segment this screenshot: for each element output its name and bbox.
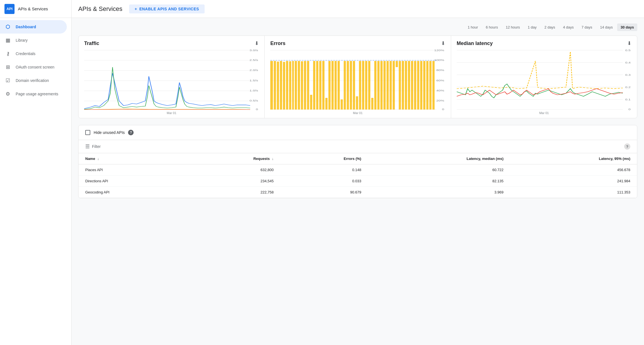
sidebar-header: API APIs & Services bbox=[0, 0, 71, 18]
hide-unused-row: Hide unused APIs ? bbox=[79, 125, 637, 140]
library-icon: ▦ bbox=[4, 37, 11, 43]
svg-rect-34 bbox=[289, 61, 292, 110]
sidebar-item-oauth[interactable]: ⊞ OAuth consent screen bbox=[0, 60, 67, 74]
cell-errors: 0.148 bbox=[280, 164, 368, 176]
cell-requests: 234,545 bbox=[185, 176, 280, 187]
sidebar-item-label-dashboard: Dashboard bbox=[16, 25, 36, 29]
svg-rect-43 bbox=[316, 61, 318, 110]
table-row[interactable]: Directions API 234,545 0.033 82.135 241.… bbox=[79, 176, 637, 187]
table-head: Name ↓ Requests ↓ Errors (%) Latency, me… bbox=[79, 153, 637, 164]
hide-unused-label: Hide unused APIs bbox=[94, 130, 125, 135]
filter-section: Hide unused APIs ? ☰ Filter ? Name ↓ Req… bbox=[78, 125, 637, 198]
svg-rect-48 bbox=[332, 61, 334, 110]
errors-chart-panel: Errors ⬇ 120% 100% 80% 60% 40% 20% 0 bbox=[265, 36, 451, 118]
filter-button[interactable]: ☰ Filter bbox=[85, 143, 101, 150]
svg-rect-35 bbox=[292, 61, 294, 110]
cell-name: Places API bbox=[79, 164, 185, 176]
time-btn-7-days[interactable]: 7 days bbox=[578, 23, 595, 31]
errors-date-label: Mar 01 bbox=[270, 111, 445, 115]
svg-text:80%: 80% bbox=[436, 68, 444, 72]
time-btn-30-days[interactable]: 30 days bbox=[617, 23, 637, 31]
sidebar-item-label-oauth: OAuth consent screen bbox=[16, 65, 55, 69]
svg-rect-44 bbox=[319, 61, 321, 110]
errors-chart-header: Errors ⬇ bbox=[270, 40, 445, 46]
main-header: APIs & Services + ENABLE APIS AND SERVIC… bbox=[72, 0, 644, 18]
svg-rect-55 bbox=[353, 61, 355, 110]
time-btn-12-hours[interactable]: 12 hours bbox=[502, 23, 523, 31]
sidebar-item-credentials[interactable]: ⚷ Credentials bbox=[0, 47, 67, 60]
latency-download-icon[interactable]: ⬇ bbox=[627, 40, 631, 46]
cell-requests: 632,800 bbox=[185, 164, 280, 176]
svg-text:100%: 100% bbox=[434, 58, 444, 62]
svg-rect-31 bbox=[280, 61, 282, 110]
cell-latency-95: 456.678 bbox=[510, 164, 637, 176]
table-row[interactable]: Geocoding API 222,758 90.679 3.969 111.3… bbox=[79, 187, 637, 198]
errors-download-icon[interactable]: ⬇ bbox=[441, 40, 445, 46]
svg-rect-64 bbox=[380, 61, 383, 110]
time-btn-4-days[interactable]: 4 days bbox=[560, 23, 577, 31]
sidebar-item-label-page-usage: Page usage agreements bbox=[16, 92, 58, 96]
svg-rect-39 bbox=[304, 61, 306, 110]
time-btn-14-days[interactable]: 14 days bbox=[597, 23, 616, 31]
sidebar-item-domain[interactable]: ☑ Domain verification bbox=[0, 74, 67, 87]
svg-rect-49 bbox=[335, 61, 337, 110]
traffic-download-icon[interactable]: ⬇ bbox=[255, 40, 259, 46]
table-header-row: Name ↓ Requests ↓ Errors (%) Latency, me… bbox=[79, 153, 637, 164]
svg-rect-33 bbox=[286, 61, 288, 110]
time-btn-6-hours[interactable]: 6 hours bbox=[482, 23, 501, 31]
col-name[interactable]: Name ↓ bbox=[79, 153, 185, 164]
svg-text:0.4: 0.4 bbox=[625, 61, 631, 64]
svg-rect-71 bbox=[402, 61, 404, 110]
time-range-bar: 1 hour6 hours12 hours1 day2 days4 days7 … bbox=[78, 23, 637, 31]
svg-rect-38 bbox=[301, 61, 303, 110]
filter-icon: ☰ bbox=[85, 143, 90, 150]
filter-label: Filter bbox=[92, 144, 101, 149]
table-row[interactable]: Places API 632,800 0.148 60.722 456.678 bbox=[79, 164, 637, 176]
svg-text:60%: 60% bbox=[436, 79, 444, 82]
svg-text:0.1: 0.1 bbox=[625, 98, 631, 101]
api-logo: API bbox=[4, 4, 15, 14]
enable-plus-icon: + bbox=[135, 7, 137, 11]
traffic-chart-header: Traffic ⬇ bbox=[84, 40, 259, 46]
svg-text:20%: 20% bbox=[436, 99, 444, 102]
svg-rect-72 bbox=[405, 61, 407, 110]
svg-rect-58 bbox=[362, 61, 364, 110]
enable-apis-button[interactable]: + ENABLE APIS AND SERVICES bbox=[129, 4, 205, 13]
hide-unused-help-icon[interactable]: ? bbox=[128, 130, 134, 135]
apis-table: Name ↓ Requests ↓ Errors (%) Latency, me… bbox=[79, 153, 637, 198]
requests-sort-icon: ↓ bbox=[272, 157, 274, 161]
cell-name: Directions API bbox=[79, 176, 185, 187]
col-requests[interactable]: Requests ↓ bbox=[185, 153, 280, 164]
svg-rect-66 bbox=[387, 61, 389, 110]
svg-rect-53 bbox=[347, 61, 349, 110]
time-btn-2-days[interactable]: 2 days bbox=[541, 23, 558, 31]
svg-rect-32 bbox=[283, 62, 285, 109]
sidebar-item-dashboard[interactable]: ⬡ Dashboard bbox=[0, 20, 67, 34]
traffic-date-label: Mar 01 bbox=[84, 111, 259, 115]
col-errors: Errors (%) bbox=[280, 153, 368, 164]
col-latency-median: Latency, median (ms) bbox=[368, 153, 510, 164]
cell-latency-95: 241.984 bbox=[510, 176, 637, 187]
svg-rect-65 bbox=[383, 61, 386, 110]
svg-rect-74 bbox=[411, 61, 413, 110]
page-usage-icon: ⚙ bbox=[4, 91, 11, 97]
sidebar-item-page-usage[interactable]: ⚙ Page usage agreements bbox=[0, 87, 67, 101]
sidebar-item-library[interactable]: ▦ Library bbox=[0, 34, 67, 47]
svg-text:0.5/s: 0.5/s bbox=[250, 99, 258, 102]
time-btn-1-hour[interactable]: 1 hour bbox=[464, 23, 481, 31]
sidebar-nav: ⬡ Dashboard ▦ Library ⚷ Credentials ⊞ OA… bbox=[0, 18, 71, 103]
svg-rect-80 bbox=[429, 61, 432, 110]
svg-rect-68 bbox=[393, 61, 395, 110]
svg-rect-46 bbox=[325, 98, 328, 110]
hide-unused-checkbox[interactable] bbox=[85, 130, 90, 135]
svg-rect-59 bbox=[365, 61, 368, 110]
svg-text:0.2: 0.2 bbox=[625, 86, 631, 89]
time-btn-1-day[interactable]: 1 day bbox=[524, 23, 540, 31]
svg-text:3.0/s: 3.0/s bbox=[250, 49, 258, 52]
svg-rect-61 bbox=[371, 98, 373, 110]
dashboard-icon: ⬡ bbox=[4, 24, 11, 30]
svg-rect-70 bbox=[399, 61, 401, 110]
table-help-icon[interactable]: ? bbox=[624, 143, 630, 150]
main-content: APIs & Services + ENABLE APIS AND SERVIC… bbox=[72, 0, 644, 345]
svg-text:40%: 40% bbox=[436, 89, 444, 92]
